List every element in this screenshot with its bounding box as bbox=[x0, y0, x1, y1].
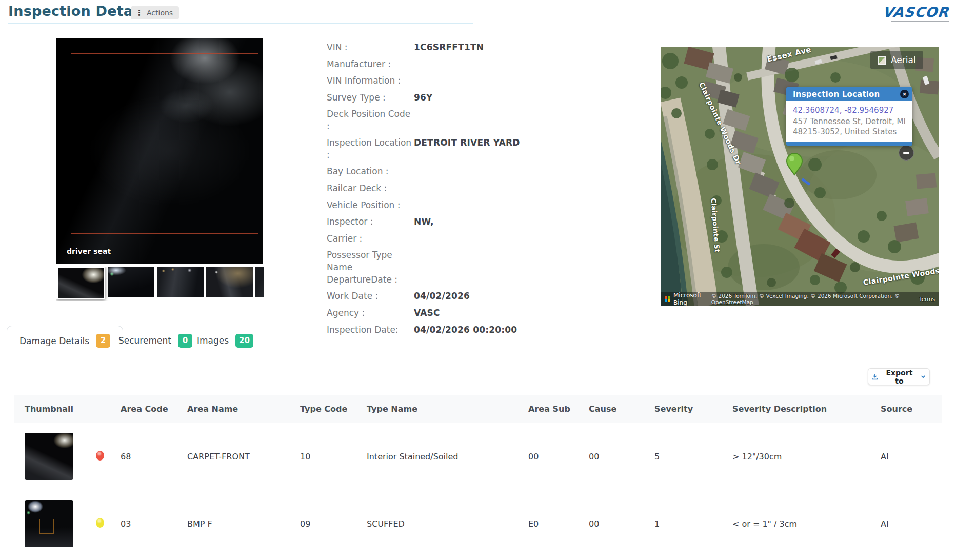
inspection-location-popup: Inspection Location ✕ 42.3608724, -82.95… bbox=[786, 87, 912, 146]
map-copyright-text: © 2026 TomTom, © Vexcel Imaging, © 2026 … bbox=[711, 293, 915, 305]
header-divider bbox=[8, 23, 473, 24]
severity-indicator-dot bbox=[96, 518, 104, 528]
map-view-toggle-aerial[interactable]: Aerial bbox=[870, 51, 923, 69]
field-inspector: Inspector :NW, bbox=[327, 213, 634, 230]
tab-images[interactable]: Images 20 bbox=[185, 326, 266, 355]
severity-indicator-dot bbox=[96, 451, 104, 461]
download-icon bbox=[871, 373, 879, 381]
field-manufacturer: Manufacturer : bbox=[327, 56, 634, 73]
col-cause: Cause bbox=[583, 404, 648, 414]
field-vehicle-position: Vehicle Position : bbox=[327, 197, 634, 214]
field-carrier: Carrier : bbox=[327, 230, 634, 247]
chevron-down-icon bbox=[920, 373, 926, 380]
col-type-code: Type Code bbox=[294, 404, 361, 414]
damage-thumbnail[interactable] bbox=[25, 433, 73, 480]
photo-thumbnail[interactable] bbox=[108, 267, 154, 297]
photo-thumbnail-strip bbox=[56, 267, 264, 301]
terms-link[interactable]: Terms bbox=[919, 296, 935, 302]
field-vin-information: VIN Information : bbox=[327, 72, 634, 89]
field-possessor-type-name-departuredate: Possessor Type Name DepartureDate : bbox=[327, 247, 634, 288]
export-to-button[interactable]: Export to bbox=[868, 368, 930, 385]
damage-row-2[interactable]: 03 BMP F 09 SCUFFED E0 00 1 < or = 1" / … bbox=[14, 490, 942, 557]
popup-address-line2: 48215-3052, United States bbox=[793, 127, 906, 137]
photo-thumbnail-selected[interactable] bbox=[56, 267, 105, 299]
col-type-name: Type Name bbox=[361, 404, 522, 414]
field-inspection-location: Inspection Location :DETROIT RIVER YARD bbox=[327, 134, 634, 163]
field-railcar-deck: Railcar Deck : bbox=[327, 180, 634, 197]
field-survey-type: Survey Type :96Y bbox=[327, 89, 634, 106]
col-area-name: Area Name bbox=[181, 404, 294, 414]
field-bay-location: Bay Location : bbox=[327, 163, 634, 180]
col-source: Source bbox=[874, 404, 942, 414]
vascor-logo: VASCOR bbox=[883, 4, 949, 22]
microsoft-logo-icon bbox=[665, 296, 670, 302]
map-panel[interactable]: Essex Ave Clairpointe Woods Dr Clairpoin… bbox=[661, 47, 939, 306]
page-title: Inspection Details bbox=[8, 3, 151, 19]
map-attribution-bar: Microsoft Bing © 2026 TomTom, © Vexcel I… bbox=[661, 292, 939, 306]
main-inspection-photo[interactable]: driver seat bbox=[56, 38, 263, 264]
damage-bounding-box bbox=[71, 53, 258, 234]
actions-button[interactable]: ⋮ Actions bbox=[131, 6, 179, 19]
table-header-row: Thumbnail Area Code Area Name Type Code … bbox=[14, 395, 942, 423]
photo-caption: driver seat bbox=[67, 247, 111, 255]
vascor-logo-text: VASCOR bbox=[882, 4, 949, 20]
images-count-badge: 20 bbox=[235, 334, 253, 348]
popup-address-line1: 457 Tennessee St, Detroit, MI bbox=[793, 117, 906, 127]
close-icon[interactable]: ✕ bbox=[900, 90, 909, 98]
field-deck-position-code: Deck Position Code : bbox=[327, 106, 634, 134]
microsoft-bing-logo: Microsoft Bing bbox=[665, 292, 711, 306]
col-area-sub: Area Sub bbox=[522, 404, 583, 414]
detail-tabs: Damage Details 2 Securement 0 Images 20 bbox=[0, 326, 956, 355]
field-work-date: Work Date :04/02/2026 bbox=[327, 288, 634, 305]
field-agency: Agency :VASC bbox=[327, 305, 634, 322]
map-style-icon bbox=[878, 56, 886, 65]
inspection-details-page: Inspection Details ⋮ Actions VASCOR driv… bbox=[0, 0, 956, 560]
col-severity-description: Severity Description bbox=[726, 404, 874, 414]
map-zoom-out-button[interactable] bbox=[899, 145, 914, 161]
col-thumbnail: Thumbnail bbox=[14, 404, 89, 414]
photo-thumbnail[interactable] bbox=[206, 267, 253, 297]
photo-thumbnail[interactable] bbox=[255, 267, 264, 297]
damage-details-table: Thumbnail Area Code Area Name Type Code … bbox=[14, 395, 942, 557]
popup-title: Inspection Location bbox=[786, 87, 912, 101]
kebab-menu-icon: ⋮ bbox=[135, 9, 143, 17]
field-vin: VIN :1C6SRFFT1TN bbox=[327, 39, 634, 56]
inspection-details-fields: VIN :1C6SRFFT1TN Manufacturer : VIN Info… bbox=[327, 39, 634, 338]
photo-thumbnail[interactable] bbox=[157, 267, 204, 297]
damage-thumbnail[interactable] bbox=[25, 500, 73, 547]
damage-row-1[interactable]: 68 CARPET-FRONT 10 Interior Stained/Soil… bbox=[14, 423, 942, 490]
coordinates-link[interactable]: 42.3608724, -82.9546927 bbox=[793, 106, 906, 115]
col-severity: Severity bbox=[648, 404, 726, 414]
col-area-code: Area Code bbox=[114, 404, 181, 414]
actions-button-label: Actions bbox=[147, 9, 173, 17]
vascor-logo-underline bbox=[891, 21, 949, 22]
